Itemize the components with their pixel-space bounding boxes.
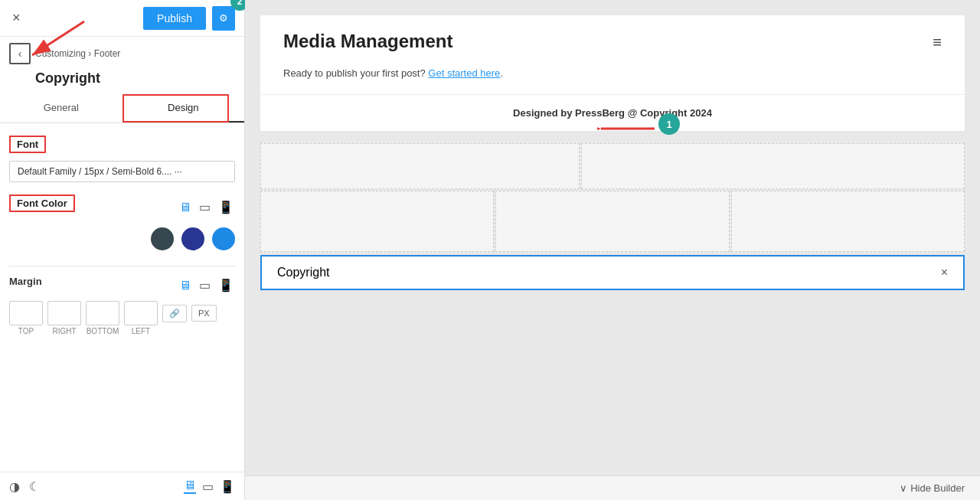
margin-px-button[interactable]: PX <box>191 305 217 322</box>
tabs-row: General Design <box>0 94 244 123</box>
device-mobile-icon[interactable]: 📱 <box>217 198 235 216</box>
margin-left-label: LEFT <box>124 327 158 335</box>
margin-left-input[interactable] <box>124 301 158 325</box>
margin-labels: TOP RIGHT BOTTOM LEFT <box>9 327 235 335</box>
hide-builder-button[interactable]: ∨ Hide Builder <box>900 482 965 494</box>
bottom-desktop-button[interactable]: 🖥 <box>184 479 196 494</box>
grid-cell-2-2 <box>495 191 729 252</box>
color-swatch-navy[interactable] <box>181 227 204 250</box>
bottom-mobile-button[interactable]: 📱 <box>220 479 235 494</box>
preview-footer: Designed by PressBerg @ Copyright 2024 <box>260 95 965 131</box>
grid-cell-1-2 <box>581 143 965 189</box>
close-button[interactable]: × <box>9 7 24 29</box>
grid-cell-1-1 <box>260 143 580 189</box>
color-swatches <box>9 224 235 260</box>
preview-header: Media Management ≡ <box>260 15 965 60</box>
preview-content: Ready to publish your first post? Get st… <box>260 60 965 95</box>
panel-content: Font Default Family / 15px / Semi-Bold 6… <box>0 123 244 472</box>
margin-bottom-input[interactable] <box>86 301 119 325</box>
margin-top-input[interactable] <box>9 301 43 325</box>
right-panel: Media Management ≡ Ready to publish your… <box>245 0 980 500</box>
panel-top-bar: × Publish ⚙ 2 <box>0 0 244 37</box>
post-link[interactable]: Get started here <box>428 67 500 79</box>
post-link-suffix: . <box>500 67 503 79</box>
grid-cell-2-3 <box>731 191 965 252</box>
color-swatch-dark[interactable] <box>151 227 174 250</box>
hide-builder-chevron: ∨ <box>900 482 907 494</box>
site-title: Media Management <box>283 31 452 52</box>
margin-device-mobile[interactable]: 📱 <box>217 276 235 294</box>
preview-area: Media Management ≡ Ready to publish your… <box>245 0 980 475</box>
font-selector[interactable]: Default Family / 15px / Semi-Bold 6.... … <box>9 161 235 182</box>
copyright-text: Copyright <box>277 266 329 279</box>
margin-bottom-label: BOTTOM <box>86 327 119 335</box>
back-button[interactable]: ‹ <box>9 43 31 64</box>
tab-general[interactable]: General <box>0 94 122 123</box>
copyright-close-button[interactable]: × <box>941 266 948 279</box>
hide-builder-label: Hide Builder <box>910 482 965 494</box>
font-selector-value: Default Family / 15px / Semi-Bold 6.... … <box>18 166 182 177</box>
margin-label: Margin <box>9 276 42 287</box>
panel-bottom: ◑ ☾ 🖥 ▭ 📱 <box>0 472 244 500</box>
section-title: Copyright <box>0 67 244 94</box>
publish-button[interactable]: Publish <box>143 7 206 30</box>
copyright-bar: Copyright × <box>260 255 965 290</box>
moon-icon-button[interactable]: ☾ <box>29 479 40 494</box>
grid-row-2 <box>260 191 965 252</box>
breadcrumb-area: ‹ Customizing › Footer <box>0 37 244 67</box>
margin-right-label: RIGHT <box>47 327 81 335</box>
font-color-label: Font Color <box>9 194 75 212</box>
hamburger-icon: ≡ <box>933 34 942 51</box>
tab-design[interactable]: Design <box>122 94 245 123</box>
font-section-label: Font <box>9 136 46 153</box>
margin-right-input[interactable] <box>47 301 81 325</box>
margin-device-desktop[interactable]: 🖥 <box>178 277 193 294</box>
grid-row-1 <box>260 143 965 189</box>
breadcrumb: Customizing › Footer <box>35 48 120 59</box>
device-desktop-icon[interactable]: 🖥 <box>178 199 193 216</box>
bottom-tablet-button[interactable]: ▭ <box>202 479 214 494</box>
post-text: Ready to publish your first post? <box>283 67 426 79</box>
expand-icon-button[interactable]: ◑ <box>9 479 20 494</box>
grid-cell-2-1 <box>260 191 494 252</box>
margin-link-button[interactable]: 🔗 <box>162 305 187 322</box>
hide-builder-bar: ∨ Hide Builder <box>245 475 980 500</box>
preview-card: Media Management ≡ Ready to publish your… <box>260 15 965 131</box>
margin-top-label: TOP <box>9 327 43 335</box>
device-tablet-icon[interactable]: ▭ <box>198 198 212 216</box>
color-swatch-blue[interactable] <box>212 227 235 250</box>
margin-device-tablet[interactable]: ▭ <box>198 276 212 294</box>
